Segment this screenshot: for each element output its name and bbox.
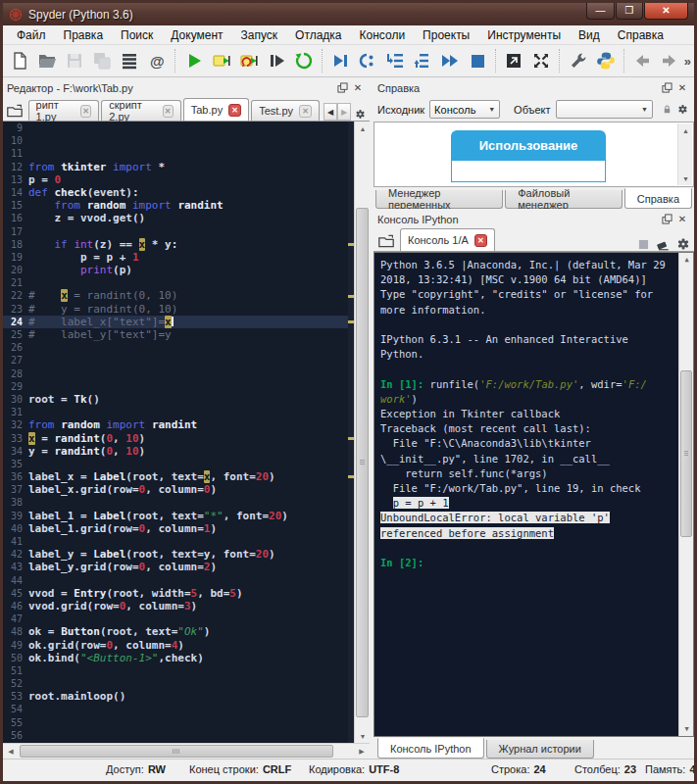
browse-tabs-icon[interactable] (5, 101, 25, 121)
close-pane-icon[interactable]: ✕ (674, 81, 690, 95)
scroll-up-icon[interactable]: ▲ (679, 253, 694, 267)
forward-button[interactable] (656, 48, 683, 74)
scroll-down-icon[interactable]: ▼ (679, 722, 694, 736)
continue-button[interactable] (436, 48, 464, 74)
fullscreen-button[interactable] (527, 48, 555, 74)
menu-item-Консоли[interactable]: Консоли (351, 26, 415, 44)
float-pane-icon[interactable] (659, 81, 674, 95)
menu-item-Документ[interactable]: Документ (162, 26, 231, 44)
run-button[interactable] (179, 48, 207, 74)
editor-tab-Test.py[interactable]: Test.py✕ (251, 100, 320, 121)
console-panel: Консоль IPython ✕ Консоль 1/A ✕ Python 3… (373, 209, 694, 759)
help-options-gear-icon[interactable] (674, 103, 690, 117)
python-env-button[interactable] (592, 48, 620, 74)
close-tab-icon[interactable]: ✕ (228, 104, 241, 117)
editor-panel-title: Редактор - F:\work\Tab.py (7, 82, 334, 94)
tab-Консоль IPython[interactable]: Консоль IPython (377, 738, 484, 759)
browse-tabs-icon[interactable] (375, 231, 397, 251)
console-line: In [2]: (380, 556, 675, 570)
file-switcher-button[interactable] (116, 48, 143, 74)
object-combobox[interactable]: ▼ (556, 100, 653, 119)
source-combobox[interactable]: Консоль▼ (429, 100, 500, 119)
close-tab-icon[interactable]: ✕ (163, 105, 174, 118)
interrupt-kernel-icon[interactable] (637, 238, 650, 251)
editor-vscroll-thumb[interactable] (356, 208, 369, 717)
new-file-button[interactable] (6, 48, 33, 74)
menu-item-Файл[interactable]: Файл (8, 26, 55, 44)
menu-item-Запуск[interactable]: Запуск (232, 26, 287, 44)
code-line: 43label_y.grid(row=0, column=2) (3, 561, 348, 573)
close-pane-icon[interactable]: ✕ (674, 213, 690, 226)
run-cell-button[interactable] (208, 48, 235, 74)
tab-Справка[interactable]: Справка (624, 188, 692, 209)
menu-item-Инструменты[interactable]: Инструменты (478, 26, 570, 44)
back-button[interactable] (628, 48, 656, 74)
close-tab-icon[interactable]: ✕ (474, 234, 487, 247)
toolbar-overflow-button[interactable]: » (684, 54, 691, 69)
tab-Менеджер переменных[interactable]: Менеджер переменных (375, 190, 503, 209)
save-button[interactable] (61, 48, 88, 74)
tab-Журнал истории[interactable]: Журнал истории (486, 740, 594, 759)
step-return-button[interactable] (409, 48, 436, 74)
save-all-button[interactable] (88, 48, 116, 74)
restart-kernel-button[interactable] (290, 48, 318, 74)
step-over-button[interactable] (354, 48, 381, 74)
editor-horizontal-scrollbar[interactable]: ◀ ▶ (3, 743, 370, 759)
editor-tab-рипт 1.py[interactable]: рипт 1.py✕ (28, 100, 100, 121)
symbol-finder-button[interactable]: @ (143, 48, 171, 74)
console-tab[interactable]: Консоль 1/A ✕ (400, 228, 495, 251)
tab-Файловый менеджер[interactable]: Файловый менеджер (505, 190, 622, 209)
open-file-button[interactable] (33, 48, 61, 74)
stop-button[interactable] (464, 48, 491, 74)
ipython-console-output[interactable]: Python 3.6.5 |Anaconda, Inc.| (default, … (373, 252, 694, 737)
scroll-down-icon[interactable]: ▼ (355, 729, 370, 743)
console-scroll-thumb[interactable] (680, 370, 692, 537)
menu-item-Справка[interactable]: Справка (609, 26, 672, 44)
console-scrollbar[interactable]: ▲ ▼ (678, 253, 693, 736)
scroll-down-icon[interactable]: ▼ (678, 172, 693, 185)
run-selection-button[interactable] (263, 48, 290, 74)
float-pane-icon[interactable] (659, 213, 674, 226)
close-tab-icon[interactable]: ✕ (80, 105, 91, 118)
step-into-button[interactable] (381, 48, 409, 74)
code-text: label_y = Label(root, text=y, font=20) (28, 548, 348, 561)
console-line: IPython 6.3.1 -- An enhanced Interactive (380, 332, 675, 347)
code-line: 30root = Tk() (3, 393, 348, 406)
maximize-button[interactable]: ❒ (616, 3, 643, 20)
preferences-button[interactable] (564, 48, 591, 74)
editor-tab-скрипт 2.py[interactable]: скрипт 2.py✕ (101, 100, 180, 121)
menu-item-Проекты[interactable]: Проекты (414, 26, 478, 44)
clear-console-eraser-icon[interactable] (656, 238, 671, 251)
line-number: 41 (3, 535, 28, 548)
debug-button[interactable] (326, 48, 354, 74)
menu-item-Правка[interactable]: Правка (55, 26, 113, 44)
maximize-pane-button[interactable] (500, 48, 527, 74)
rerun-cell-button[interactable] (235, 48, 263, 74)
scroll-right-icon[interactable]: ▶ (354, 744, 370, 760)
editor-vertical-scrollbar[interactable]: ▲ ▼ (354, 122, 370, 743)
tabs-scroll-right-icon[interactable]: ▶ (337, 103, 351, 121)
editor-options-gear-icon[interactable] (353, 107, 368, 121)
code-line: 49ok.grid(row=0, column=4) (3, 639, 348, 652)
console-options-gear-icon[interactable] (676, 237, 690, 251)
minimize-button[interactable]: — (586, 3, 615, 20)
help-scrollbar[interactable]: ▲ ▼ (677, 123, 692, 185)
menu-item-Поиск[interactable]: Поиск (112, 26, 162, 44)
scroll-left-icon[interactable]: ◀ (3, 744, 19, 760)
scroll-up-icon[interactable]: ▲ (355, 122, 370, 135)
status-label: Доступ: (106, 763, 144, 775)
close-pane-icon[interactable]: ✕ (350, 81, 366, 95)
close-button[interactable]: ✕ (644, 3, 688, 20)
float-pane-icon[interactable] (334, 81, 350, 95)
code-editor[interactable]: 9 10 11 12from tkinter import *13p = 014… (3, 122, 370, 743)
editor-hscroll-thumb[interactable] (20, 745, 333, 758)
editor-tab-Tab.py[interactable]: Tab.py✕ (183, 98, 249, 121)
lock-icon[interactable] (659, 103, 674, 117)
code-text (28, 664, 348, 677)
scroll-up-icon[interactable]: ▲ (678, 123, 693, 137)
code-text: vvod.grid(row=0, column=3) (28, 600, 348, 612)
menu-item-Отладка[interactable]: Отладка (286, 26, 350, 44)
close-tab-icon[interactable]: ✕ (299, 105, 312, 118)
tabs-scroll-left-icon[interactable]: ◀ (324, 103, 337, 121)
menu-item-Вид[interactable]: Вид (570, 26, 609, 44)
